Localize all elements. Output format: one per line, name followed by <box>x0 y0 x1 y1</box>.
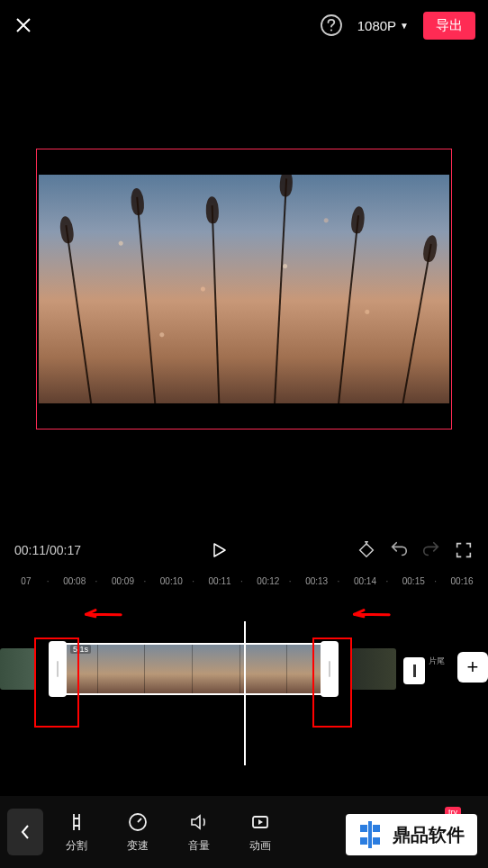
preview-frame[interactable] <box>36 149 452 429</box>
clip-handle-right[interactable] <box>321 641 339 697</box>
svg-rect-7 <box>373 837 380 845</box>
undo-button[interactable] <box>389 540 409 560</box>
svg-rect-8 <box>368 821 372 848</box>
redo-icon <box>421 540 441 560</box>
resolution-dropdown[interactable]: 1080P ▼ <box>357 18 409 33</box>
tool-speed[interactable]: 变速 <box>110 811 166 854</box>
ruler-tick: 00:08 <box>50 576 99 586</box>
chevron-left-icon <box>19 823 32 841</box>
help-icon <box>320 14 343 37</box>
svg-rect-4 <box>360 825 367 832</box>
speed-icon <box>127 811 149 833</box>
tool-volume[interactable]: 音量 <box>171 811 227 854</box>
time-ruler[interactable]: 07 00:08 00:09 00:10 00:11 00:12 00:13 0… <box>0 573 488 589</box>
play-button[interactable] <box>210 541 228 559</box>
clip-handle-left[interactable] <box>49 641 67 697</box>
resolution-value: 1080P <box>357 18 396 33</box>
selected-clip[interactable] <box>50 643 335 695</box>
svg-point-1 <box>330 29 332 31</box>
preview-image <box>39 175 449 403</box>
svg-rect-5 <box>373 825 380 832</box>
tool-label: 音量 <box>188 838 210 854</box>
clip-end-marker[interactable] <box>403 657 425 684</box>
ruler-tick: 00:13 <box>293 576 341 586</box>
ruler-tick: 00:10 <box>147 576 195 586</box>
tool-split[interactable]: 分割 <box>49 811 104 854</box>
keyframe-button[interactable] <box>357 540 376 560</box>
timeline[interactable]: 5.1s 片尾 + <box>0 594 488 774</box>
export-button[interactable]: 导出 <box>423 12 475 40</box>
tool-animation[interactable]: 动画 <box>232 811 288 854</box>
clip-before[interactable] <box>0 648 36 690</box>
time-display: 00:11/00:17 <box>14 543 81 557</box>
tool-label: 变速 <box>127 838 149 854</box>
clip-after[interactable] <box>351 648 396 690</box>
animation-icon <box>249 811 271 833</box>
close-icon <box>13 14 34 36</box>
undo-icon <box>389 540 409 560</box>
watermark-logo-icon <box>355 819 385 850</box>
tool-label: 分割 <box>66 838 87 854</box>
help-button[interactable] <box>320 14 343 37</box>
top-bar: 1080P ▼ 导出 <box>0 0 488 50</box>
chevron-down-icon: ▼ <box>400 21 409 31</box>
tool-label: 动画 <box>249 838 271 854</box>
ruler-tick: 00:12 <box>244 576 293 586</box>
ruler-tick: 00:11 <box>195 576 244 586</box>
redo-button[interactable] <box>421 540 441 560</box>
clip-duration-label: 5.1s <box>70 645 91 654</box>
ruler-tick: 00:14 <box>341 576 390 586</box>
keyframe-icon <box>357 540 376 560</box>
preview-area <box>0 77 488 501</box>
close-button[interactable] <box>13 14 34 36</box>
fullscreen-button[interactable] <box>454 540 474 560</box>
watermark: 鼎品软件 <box>346 814 477 855</box>
play-icon <box>210 541 228 559</box>
clip-end-label: 片尾 <box>429 656 445 667</box>
split-icon <box>66 811 87 833</box>
ruler-tick: 07 <box>2 576 50 586</box>
playhead[interactable] <box>244 621 246 765</box>
playback-bar: 00:11/00:17 <box>0 528 488 573</box>
watermark-text: 鼎品软件 <box>393 823 465 847</box>
plus-icon: + <box>467 656 479 679</box>
annotation-arrow-right <box>347 593 392 637</box>
fullscreen-icon <box>454 540 474 560</box>
ruler-tick: 00:16 <box>438 576 486 586</box>
annotation-arrow-left <box>78 593 123 637</box>
ruler-tick: 00:15 <box>389 576 438 586</box>
ruler-tick: 00:09 <box>99 576 148 586</box>
add-clip-button[interactable]: + <box>457 652 488 683</box>
volume-icon <box>188 811 210 833</box>
svg-rect-6 <box>360 837 367 845</box>
back-button[interactable] <box>7 809 43 855</box>
